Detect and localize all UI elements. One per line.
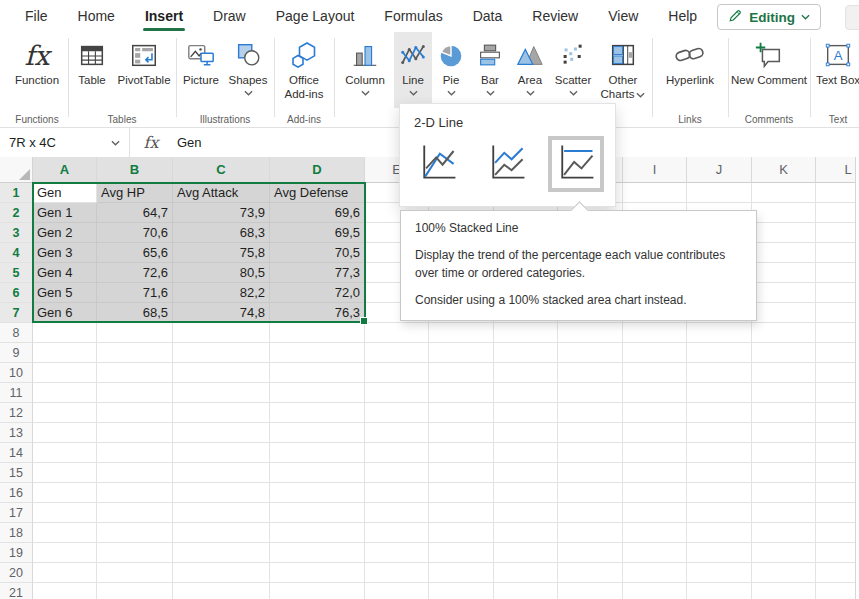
row-header-14[interactable]: 14 (0, 443, 33, 463)
cell-A1[interactable]: Gen (33, 183, 97, 203)
new-comment-button[interactable]: New Comment (730, 32, 808, 108)
cell-D16[interactable] (270, 483, 365, 503)
cell-H12[interactable] (558, 403, 623, 423)
cell-J18[interactable] (687, 523, 752, 543)
cell-I21[interactable] (623, 583, 687, 599)
shapes-button[interactable]: Shapes (224, 32, 272, 108)
cell-H14[interactable] (558, 443, 623, 463)
cell-A12[interactable] (33, 403, 97, 423)
cell-I18[interactable] (623, 523, 687, 543)
cell-K11[interactable] (752, 383, 816, 403)
cell-C8[interactable] (173, 323, 270, 343)
cell-A9[interactable] (33, 343, 97, 363)
cell-C5[interactable]: 80,5 (173, 263, 270, 283)
cell-H16[interactable] (558, 483, 623, 503)
cell-C21[interactable] (173, 583, 270, 599)
column-header-B[interactable]: B (97, 157, 173, 183)
cell-K12[interactable] (752, 403, 816, 423)
cell-I15[interactable] (623, 463, 687, 483)
cell-H13[interactable] (558, 423, 623, 443)
cell-B12[interactable] (97, 403, 173, 423)
cell-C17[interactable] (173, 503, 270, 523)
cell-B8[interactable] (97, 323, 173, 343)
cell-F15[interactable] (429, 463, 494, 483)
bar-button[interactable]: Bar (470, 32, 510, 108)
office-add-ins-button[interactable]: Office Add-ins (276, 32, 332, 108)
cell-D4[interactable]: 70,5 (270, 243, 365, 263)
cell-G14[interactable] (494, 443, 558, 463)
column-header-D[interactable]: D (270, 157, 365, 183)
cell-A13[interactable] (33, 423, 97, 443)
cell-D21[interactable] (270, 583, 365, 599)
cell-D5[interactable]: 77,3 (270, 263, 365, 283)
tab-data[interactable]: Data (458, 0, 518, 32)
cell-J19[interactable] (687, 543, 752, 563)
cell-I1[interactable] (623, 183, 687, 203)
column-header-A[interactable]: A (33, 157, 97, 183)
cell-J9[interactable] (687, 343, 752, 363)
cell-A11[interactable] (33, 383, 97, 403)
cell-E16[interactable] (365, 483, 429, 503)
row-header-10[interactable]: 10 (0, 363, 33, 383)
cell-K4[interactable] (752, 243, 816, 263)
cell-L16[interactable] (816, 483, 855, 503)
tab-help[interactable]: Help (653, 0, 712, 32)
cell-B6[interactable]: 71,6 (97, 283, 173, 303)
cell-E11[interactable] (365, 383, 429, 403)
cell-B20[interactable] (97, 563, 173, 583)
row-header-8[interactable]: 8 (0, 323, 33, 343)
cell-J14[interactable] (687, 443, 752, 463)
cell-F13[interactable] (429, 423, 494, 443)
cell-I17[interactable] (623, 503, 687, 523)
cell-F8[interactable] (429, 323, 494, 343)
cell-L13[interactable] (816, 423, 855, 443)
cell-B16[interactable] (97, 483, 173, 503)
cell-A14[interactable] (33, 443, 97, 463)
cell-F17[interactable] (429, 503, 494, 523)
hyperlink-button[interactable]: Hyperlink (654, 32, 726, 108)
cell-B15[interactable] (97, 463, 173, 483)
cell-D6[interactable]: 72,0 (270, 283, 365, 303)
cell-L3[interactable] (816, 223, 855, 243)
cell-A15[interactable] (33, 463, 97, 483)
pie-button[interactable]: Pie (432, 32, 470, 108)
cell-A3[interactable]: Gen 2 (33, 223, 97, 243)
cell-L4[interactable] (816, 243, 855, 263)
cell-L14[interactable] (816, 443, 855, 463)
cell-D1[interactable]: Avg Defense (270, 183, 365, 203)
cell-L7[interactable] (816, 303, 855, 323)
cell-J11[interactable] (687, 383, 752, 403)
cell-K3[interactable] (752, 223, 816, 243)
cell-H9[interactable] (558, 343, 623, 363)
cell-B19[interactable] (97, 543, 173, 563)
cell-H19[interactable] (558, 543, 623, 563)
cell-L9[interactable] (816, 343, 855, 363)
cell-J1[interactable] (687, 183, 752, 203)
cell-L18[interactable] (816, 523, 855, 543)
tab-home[interactable]: Home (63, 0, 130, 32)
cell-H20[interactable] (558, 563, 623, 583)
tab-draw[interactable]: Draw (198, 0, 261, 32)
tab-file[interactable]: File (10, 0, 63, 32)
row-header-2[interactable]: 2 (0, 203, 33, 223)
cell-K14[interactable] (752, 443, 816, 463)
cell-C19[interactable] (173, 543, 270, 563)
cell-G21[interactable] (494, 583, 558, 599)
cell-B11[interactable] (97, 383, 173, 403)
cell-G10[interactable] (494, 363, 558, 383)
cell-H18[interactable] (558, 523, 623, 543)
cell-J16[interactable] (687, 483, 752, 503)
cell-C6[interactable]: 82,2 (173, 283, 270, 303)
cell-D9[interactable] (270, 343, 365, 363)
cell-K10[interactable] (752, 363, 816, 383)
name-box[interactable]: 7R x 4C (0, 128, 130, 157)
cell-F21[interactable] (429, 583, 494, 599)
cell-D2[interactable]: 69,6 (270, 203, 365, 223)
row-header-9[interactable]: 9 (0, 343, 33, 363)
cell-D10[interactable] (270, 363, 365, 383)
cell-K2[interactable] (752, 203, 816, 223)
cell-C16[interactable] (173, 483, 270, 503)
row-header-3[interactable]: 3 (0, 223, 33, 243)
cell-D8[interactable] (270, 323, 365, 343)
cell-L21[interactable] (816, 583, 855, 599)
